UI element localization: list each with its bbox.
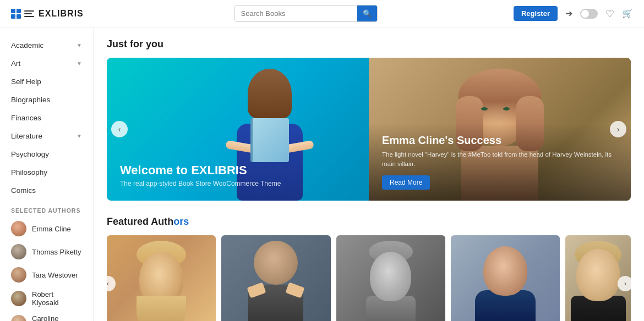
wishlist-icon[interactable]: ♡ [605,8,614,20]
author-card-2[interactable] [221,235,330,321]
chevron-down-icon: ▼ [77,42,82,48]
search-icon: 🔍 [363,9,372,18]
header-actions: Register ➔ ♡ 🛒 [514,6,633,21]
nav-label-self-help: Self Help [11,78,41,86]
search-button[interactable]: 🔍 [357,5,377,21]
read-more-button[interactable]: Read More [382,175,430,190]
carousel-prev-button[interactable]: ‹ [111,121,128,137]
chevron-down-icon: ▼ [77,133,82,139]
nav-item-comics[interactable]: Comics [0,181,93,200]
nav-label-academic: Academic [11,41,43,49]
search-box: 🔍 [234,5,378,22]
author-name-emma-cline: Emma Cline [32,225,71,233]
author-avatar-robert-kiyosaki [11,291,26,306]
author-item-caroline-kepnes[interactable]: Caroline Kepnes [0,311,93,321]
hero-right-panel: Emma Cline's Success The light novel "Ha… [369,58,631,201]
nav-item-psychology[interactable]: Psychology [0,145,93,163]
nav-item-art[interactable]: Art ▼ [0,54,93,73]
featured-authors-title-accent: ors [173,216,189,227]
author-avatar-caroline-kepnes [11,315,26,321]
author-item-emma-cline[interactable]: Emma Cline [0,217,93,240]
selected-authors-section-label: SELECTED AUTHORS [0,200,93,217]
nav-item-self-help[interactable]: Self Help [0,73,93,91]
cart-icon[interactable]: 🛒 [622,8,633,19]
nav-label-art: Art [11,59,20,68]
author-item-robert-kiyosaki[interactable]: Robert Kiyosaki [0,286,93,311]
hero-carousel: ‹ [107,58,631,201]
login-icon[interactable]: ➔ [565,8,572,19]
chevron-down-icon: ▼ [77,60,82,67]
author-card-1[interactable] [107,235,216,321]
main-layout: Academic ▼ Art ▼ Self Help Biographies F… [0,0,644,321]
nav-label-comics: Comics [11,186,36,195]
authors-carousel-wrapper: ‹ [107,235,631,321]
nav-item-finances[interactable]: Finances [0,109,93,127]
nav-label-biographies: Biographies [11,96,50,104]
search-input[interactable] [235,6,357,21]
author-avatar-emma-cline [11,221,26,236]
nav-item-literature[interactable]: Literature ▼ [0,127,93,145]
header: EXLIBRIS 🔍 Register ➔ ♡ 🛒 [0,0,644,27]
theme-toggle[interactable] [580,9,598,19]
logo-text: EXLIBRIS [39,9,84,19]
author-name-robert-kiyosaki: Robert Kiyosaki [32,290,82,307]
author-item-tara-westover[interactable]: Tara Westover [0,263,93,286]
hero-left-panel: Welcome to EXLIBRIS The real app-styled … [107,58,369,201]
logo-area: EXLIBRIS [11,9,99,19]
nav-item-academic[interactable]: Academic ▼ [0,36,93,54]
author-avatar-tara-westover [11,267,26,283]
main-content: Just for you ‹ [94,27,644,321]
nav-label-literature: Literature [11,132,42,140]
hero-left-text: Welcome to EXLIBRIS The real app-styled … [120,163,281,187]
author-item-thomas-piketty[interactable]: Thomas Piketty [0,240,93,263]
header-search: 🔍 [99,5,514,22]
just-for-you-title: Just for you [107,38,631,50]
hero-left-subtitle: The real app-styled Book Store WooCommer… [120,180,281,187]
author-name-tara-westover: Tara Westover [32,271,78,279]
author-card-4[interactable] [451,235,560,321]
featured-authors-section: Featured Authors ‹ [107,216,631,321]
hero-right-description: The light novel "Harvey" is the #MeToo t… [382,150,618,169]
authors-grid [107,235,631,321]
nav-label-finances: Finances [11,114,41,122]
author-avatar-thomas-piketty [11,244,26,259]
sidebar: Academic ▼ Art ▼ Self Help Biographies F… [0,27,94,321]
nav-label-philosophy: Philosophy [11,168,47,176]
hero-left-title: Welcome to EXLIBRIS [120,163,281,178]
hero-right-title: Emma Cline's Success [382,134,618,147]
grid-icon [11,9,21,19]
author-name-thomas-piketty: Thomas Piketty [32,248,81,256]
author-name-caroline-kepnes: Caroline Kepnes [32,314,82,321]
featured-authors-title: Featured Authors [107,216,631,228]
menu-lines-icon [24,10,34,17]
authors-prev-button[interactable]: ‹ [100,276,116,291]
nav-label-psychology: Psychology [11,150,49,158]
nav-item-biographies[interactable]: Biographies [0,91,93,109]
author-card-3[interactable] [336,235,445,321]
authors-next-button[interactable]: › [618,276,633,291]
register-button[interactable]: Register [514,6,558,21]
carousel-next-button[interactable]: › [610,121,626,137]
hero-right-overlay: Emma Cline's Success The light novel "Ha… [369,123,631,201]
nav-item-philosophy[interactable]: Philosophy [0,163,93,181]
